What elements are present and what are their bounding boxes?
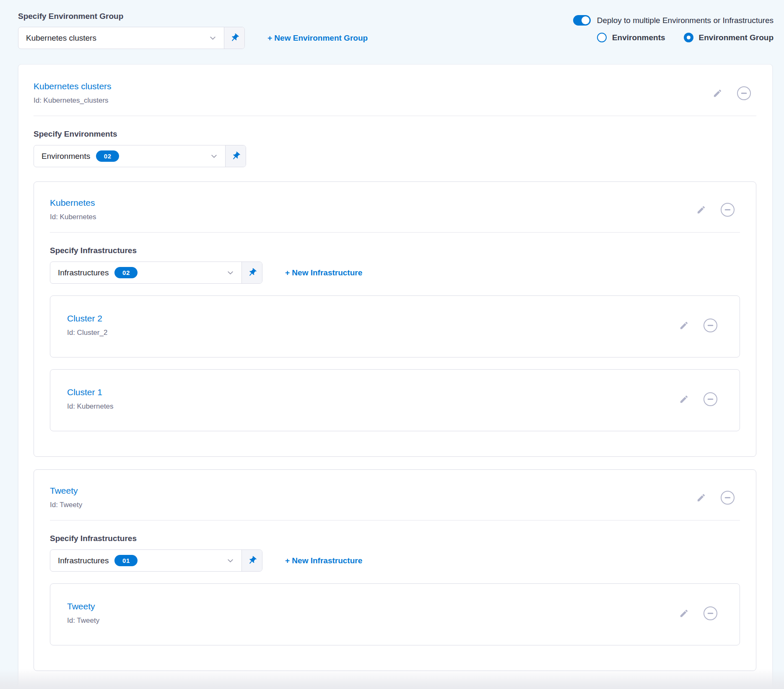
- env-group-picker: Specify Environment Group Kubernetes clu…: [18, 12, 368, 49]
- toggle-knob: [582, 16, 589, 24]
- infrastructure-card: Cluster 2 Id: Cluster_2: [50, 295, 740, 357]
- infrastructure-card-heading: Cluster 2 Id: Cluster_2: [67, 313, 107, 337]
- infrastructures-select-field[interactable]: Infrastructures 01: [50, 550, 241, 571]
- infrastructure-card-title: Cluster 1: [67, 387, 114, 397]
- pin-icon: [231, 151, 241, 161]
- infrastructures-select: Infrastructures 01: [50, 549, 262, 572]
- radio-environment-group[interactable]: Environment Group: [684, 33, 774, 42]
- remove-infrastructure-button[interactable]: [703, 606, 718, 621]
- infrastructures-select: Infrastructures 02: [50, 262, 262, 284]
- remove-env-group-button[interactable]: [737, 86, 751, 101]
- chevron-down-icon: [209, 34, 216, 41]
- remove-infrastructure-button[interactable]: [703, 392, 718, 407]
- radio-environment-group-circle: [684, 33, 693, 42]
- edit-pencil-icon: [679, 609, 689, 618]
- edit-pencil-icon: [696, 493, 706, 503]
- edit-pencil-icon: [679, 394, 689, 404]
- divider: [50, 520, 740, 521]
- new-infrastructure-link[interactable]: + New Infrastructure: [285, 556, 362, 565]
- edit-environment-button[interactable]: [696, 205, 706, 215]
- environment-card-heading: Tweety Id: Tweety: [50, 486, 82, 509]
- pin-icon: [230, 33, 239, 43]
- edit-infrastructure-button[interactable]: [679, 321, 689, 330]
- environment-card-id: Id: Tweety: [50, 501, 82, 509]
- chevron-down-icon: [227, 269, 234, 276]
- pin-button[interactable]: [241, 262, 262, 283]
- remove-environment-button[interactable]: [720, 490, 735, 505]
- new-environment-group-link[interactable]: + New Environment Group: [267, 34, 368, 43]
- infrastructure-card: Tweety Id: Tweety: [50, 583, 740, 645]
- infrastructure-card-title: Tweety: [67, 601, 99, 611]
- edit-infrastructure-button[interactable]: [679, 609, 689, 618]
- infrastructure-card-id: Id: Cluster_2: [67, 329, 107, 337]
- edit-env-group-button[interactable]: [713, 88, 722, 98]
- env-group-card-id: Id: Kubernetes_clusters: [34, 96, 112, 105]
- radio-environments-circle: [597, 33, 607, 42]
- infrastructure-card-id: Id: Kubernetes: [67, 402, 114, 411]
- infrastructure-card: Cluster 1 Id: Kubernetes: [50, 369, 740, 431]
- remove-minus-circle-icon: [720, 490, 735, 505]
- env-group-card-heading: Kubernetes clusters Id: Kubernetes_clust…: [34, 81, 112, 105]
- environment-card-title: Tweety: [50, 486, 82, 496]
- divider: [34, 116, 756, 116]
- env-group-card-title: Kubernetes clusters: [34, 81, 112, 91]
- pin-button[interactable]: [241, 550, 262, 571]
- environments-select-field[interactable]: Environments 02: [34, 145, 225, 167]
- deploy-toggle-label: Deploy to multiple Environments or Infra…: [597, 16, 774, 25]
- infrastructures-select-field[interactable]: Infrastructures 02: [50, 262, 241, 283]
- infrastructures-select-value: Infrastructures: [58, 556, 109, 565]
- edit-environment-button[interactable]: [696, 493, 706, 503]
- infrastructures-count-badge: 02: [114, 267, 138, 278]
- specify-infrastructures-label: Specify Infrastructures: [50, 534, 740, 543]
- deploy-multiple-toggle[interactable]: [573, 15, 591, 26]
- env-group-select-field[interactable]: Kubernetes clusters: [18, 27, 224, 49]
- environment-card-id: Id: Kubernetes: [50, 213, 96, 221]
- top-bar: Specify Environment Group Kubernetes clu…: [0, 0, 784, 49]
- infrastructures-count-badge: 01: [114, 555, 138, 566]
- pin-icon: [247, 556, 257, 565]
- environment-card: Tweety Id: Tweety Specify Infrastructure…: [34, 469, 756, 671]
- infrastructure-card-heading: Cluster 1 Id: Kubernetes: [67, 387, 114, 411]
- infrastructures-select-value: Infrastructures: [58, 268, 109, 277]
- remove-infrastructure-button[interactable]: [703, 318, 718, 333]
- pin-button[interactable]: [224, 27, 244, 49]
- environment-card-heading: Kubernetes Id: Kubernetes: [50, 198, 96, 221]
- env-group-select-value: Kubernetes clusters: [26, 34, 209, 43]
- radio-environments[interactable]: Environments: [597, 33, 665, 42]
- divider: [50, 232, 740, 233]
- environments-select: Environments 02: [34, 145, 246, 167]
- pin-button[interactable]: [225, 145, 246, 167]
- env-group-select: Kubernetes clusters: [18, 27, 245, 49]
- remove-minus-circle-icon: [737, 86, 751, 101]
- new-infrastructure-link[interactable]: + New Infrastructure: [285, 268, 362, 277]
- pin-icon: [247, 268, 257, 277]
- remove-minus-circle-icon: [703, 392, 718, 407]
- edit-pencil-icon: [713, 88, 722, 98]
- remove-minus-circle-icon: [703, 606, 718, 621]
- infrastructure-card-id: Id: Tweety: [67, 616, 99, 625]
- edit-infrastructure-button[interactable]: [679, 394, 689, 404]
- edit-pencil-icon: [696, 205, 706, 215]
- deploy-options: Deploy to multiple Environments or Infra…: [573, 12, 774, 42]
- environments-select-value: Environments: [42, 152, 90, 161]
- radio-environment-group-label: Environment Group: [699, 33, 774, 42]
- chevron-down-icon: [210, 153, 218, 160]
- infrastructure-card-heading: Tweety Id: Tweety: [67, 601, 99, 625]
- environment-card-title: Kubernetes: [50, 198, 96, 208]
- specify-env-group-label: Specify Environment Group: [18, 12, 368, 21]
- remove-environment-button[interactable]: [720, 202, 735, 217]
- environment-card: Kubernetes Id: Kubernetes Specify Infras…: [34, 181, 756, 457]
- radio-environments-label: Environments: [612, 33, 665, 42]
- specify-infrastructures-label: Specify Infrastructures: [50, 246, 740, 255]
- chevron-down-icon: [227, 557, 234, 564]
- edit-pencil-icon: [679, 321, 689, 330]
- remove-minus-circle-icon: [720, 202, 735, 217]
- specify-environments-label: Specify Environments: [34, 130, 756, 139]
- infrastructure-card-title: Cluster 2: [67, 313, 107, 324]
- environments-count-badge: 02: [96, 150, 119, 162]
- remove-minus-circle-icon: [703, 318, 718, 333]
- environment-group-card: Kubernetes clusters Id: Kubernetes_clust…: [18, 64, 773, 689]
